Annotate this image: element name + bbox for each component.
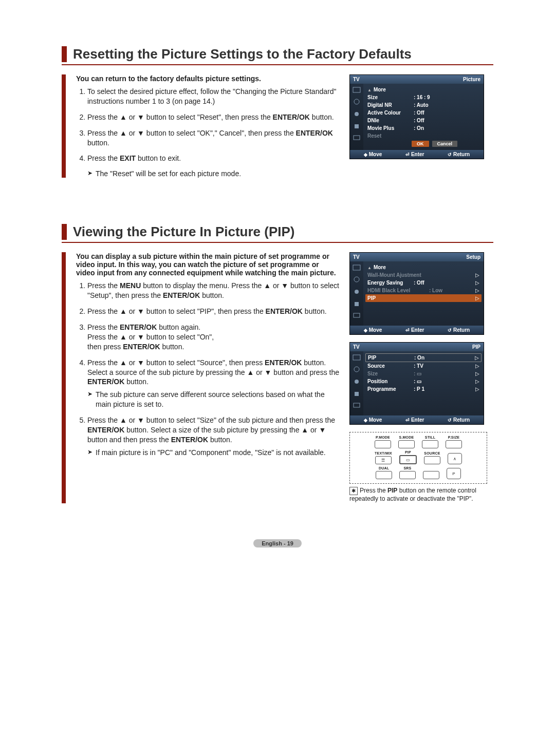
svg-point-2	[355, 112, 359, 116]
section1-accent-bar	[62, 74, 66, 178]
svg-rect-8	[355, 302, 359, 306]
osd2-footer: ◆Move ⏎Enter ↺Return	[350, 326, 484, 334]
osd2-row-energy: Energy Saving: Off▷	[365, 279, 482, 287]
channel-icon	[353, 110, 360, 118]
svg-point-1	[354, 99, 359, 104]
osd3-row-programme: Programme: P 1▷	[365, 385, 482, 393]
osd1-row-activecolour: Active Colour: Off	[365, 109, 482, 117]
osd1-pill-ok: OK	[412, 141, 429, 147]
osd1-row-size: Size: 16 : 9	[365, 93, 482, 101]
section1-intro: You can return to the factory defaults p…	[76, 74, 339, 83]
remote-tip: ✱Press the PIP button on the remote cont…	[349, 487, 493, 503]
osd1-icon-rail	[350, 84, 363, 150]
section2-step-5: Press the ▲ or ▼ button to select "Size"…	[87, 415, 339, 458]
svg-rect-5	[353, 265, 360, 270]
channel-icon	[353, 378, 360, 385]
osd2-icon-rail	[350, 261, 363, 326]
input-icon	[353, 135, 360, 140]
osd2-header-left: TV	[353, 254, 360, 260]
osd1-row-dnie: DNIe: Off	[365, 117, 482, 124]
svg-point-12	[355, 380, 359, 384]
svg-rect-10	[353, 355, 360, 360]
svg-point-7	[355, 290, 359, 294]
section1-rule	[62, 64, 493, 65]
osd2-row-wallmount: Wall-Mount Ajustment▷	[365, 271, 482, 279]
section2-step-1: Press the MENU button to display the men…	[87, 281, 339, 300]
osd1-row-reset: Reset	[365, 132, 482, 140]
input-icon	[353, 313, 360, 318]
osd3-header-right: PIP	[472, 344, 480, 350]
section1-step-4: Press the EXIT button to exit.	[87, 154, 339, 163]
sound-icon	[353, 366, 360, 373]
osd3-row-pip: PIP: On▷	[365, 353, 482, 362]
section2-accent-bar	[62, 252, 66, 503]
svg-rect-0	[353, 87, 360, 92]
page-number: English - 19	[253, 539, 302, 547]
picture-icon	[353, 354, 361, 361]
picture-icon	[353, 87, 361, 93]
osd3-header-left: TV	[353, 344, 360, 350]
osd3-row-source: Source: TV▷	[365, 362, 482, 370]
section1-step-2: Press the ▲ or ▼ button to select "Reset…	[87, 112, 339, 122]
osd1-header-left: TV	[353, 77, 360, 82]
osd2-row-hdmiblack: HDMI Black Level: Low▷	[365, 287, 482, 294]
osd1-row-movieplus: Movie Plus: On	[365, 124, 482, 132]
svg-rect-13	[355, 392, 359, 396]
section1-title: Resetting the Picture Settings to the Fa…	[62, 46, 493, 62]
section1-steps: To select the desired picture effect, fo…	[76, 87, 339, 163]
section1-step-1: To select the desired picture effect, fo…	[87, 87, 339, 106]
osd-setup-menu: TV Setup More Wall-Mount Ajustment▷ En	[349, 252, 484, 335]
setup-icon	[353, 300, 360, 308]
svg-rect-14	[354, 403, 360, 407]
osd3-row-size: Size: ▭▷	[365, 370, 482, 377]
section2-rule	[62, 242, 493, 243]
osd3-footer: ◆Move ⏎Enter ↺Return	[350, 415, 484, 424]
section2-step-4: Press the ▲ or ▼ button to select "Sourc…	[87, 358, 339, 409]
section2-step5-note: If main picture is in "PC" and "Componen…	[87, 448, 339, 458]
setup-icon	[353, 390, 360, 398]
osd2-more-row: More	[365, 263, 482, 271]
section2-intro: You can display a sub picture within the…	[76, 252, 339, 277]
remote-tip-icon: ✱	[349, 487, 358, 495]
section2-step4-note: The sub picture can serve different sour…	[87, 390, 339, 409]
section2-step-2: Press the ▲ or ▼ button to select "PIP",…	[87, 307, 339, 316]
osd2-row-pip: PIP▷	[365, 294, 482, 302]
osd3-row-position: Position: ▭▷	[365, 377, 482, 385]
osd-picture-menu: TV Picture More Size: 16 : 9 Digital N	[349, 74, 484, 159]
osd1-more-row: More	[365, 86, 482, 93]
osd2-header-right: Setup	[466, 254, 480, 260]
section2-step-3: Press the ENTER/OK button again.Press th…	[87, 323, 339, 352]
svg-point-6	[354, 277, 359, 282]
svg-rect-4	[354, 136, 360, 140]
osd1-row-digitalnr: Digital NR: Auto	[365, 101, 482, 109]
svg-rect-3	[355, 124, 359, 128]
section1-step-3: Press the ▲ or ▼ button to select "OK","…	[87, 128, 339, 148]
section2-steps: Press the MENU button to display the men…	[76, 281, 339, 457]
section2-title: Viewing the Picture In Picture (PIP)	[62, 224, 493, 240]
channel-icon	[353, 288, 360, 295]
input-icon	[353, 403, 360, 408]
sound-icon	[353, 98, 360, 105]
osd3-icon-rail	[350, 351, 363, 415]
osd1-header-right: Picture	[463, 77, 480, 82]
svg-point-11	[354, 367, 359, 372]
osd-pip-menu: TV PIP PIP: On▷ Source: TV▷ Size: ▭▷	[349, 342, 484, 425]
osd1-footer: ◆Move ⏎Enter ↺Return	[350, 150, 484, 159]
setup-icon	[353, 123, 360, 130]
sound-icon	[353, 276, 360, 283]
svg-rect-9	[354, 313, 360, 317]
remote-up-button: ∧	[448, 453, 462, 464]
section1-note: The "Reset" will be set for each picture…	[87, 169, 339, 178]
remote-diagram: P.MODE S.MODE STILL P.SIZE TEXT/MIX☰ PIP…	[349, 432, 487, 484]
picture-icon	[353, 264, 361, 271]
osd1-pill-cancel: Cancel	[432, 141, 458, 147]
